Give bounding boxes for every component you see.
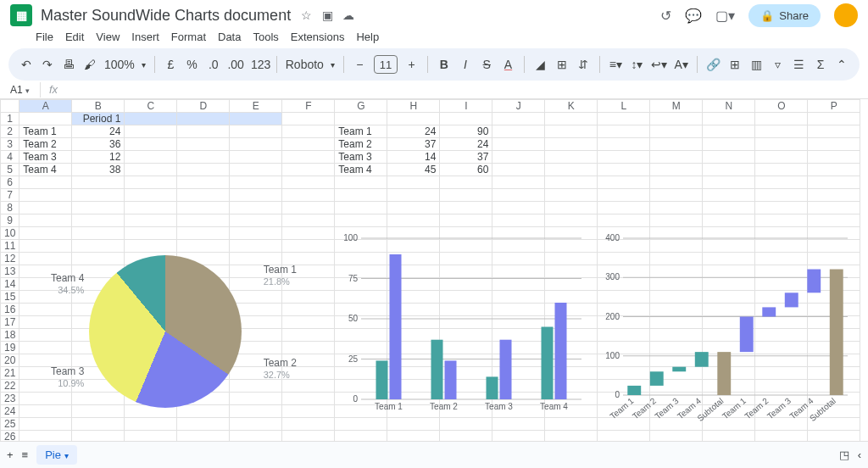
cell[interactable]	[230, 151, 282, 164]
add-sheet-icon[interactable]: +	[7, 448, 14, 461]
h-align-icon[interactable]: ≡▾	[609, 58, 623, 71]
history-icon[interactable]: ↺	[660, 8, 671, 24]
row-header[interactable]: 13	[1, 265, 19, 278]
bold-icon[interactable]: B	[437, 58, 451, 71]
cell[interactable]: 60	[440, 164, 492, 176]
cell[interactable]	[545, 125, 598, 138]
insert-chart-icon[interactable]: ▥	[749, 58, 764, 71]
cell[interactable]	[282, 125, 335, 138]
merge-icon[interactable]: ⇵	[576, 58, 590, 71]
cell[interactable]	[755, 202, 808, 214]
cell[interactable]	[545, 214, 598, 227]
cell[interactable]	[650, 113, 703, 125]
cell[interactable]: 14	[387, 151, 440, 164]
cell[interactable]	[808, 202, 860, 214]
cell[interactable]	[177, 125, 230, 138]
menu-view[interactable]: View	[96, 31, 120, 43]
cell[interactable]: 38	[72, 164, 125, 176]
chevron-down-icon[interactable]: ▾	[142, 60, 146, 70]
cell[interactable]	[545, 189, 598, 202]
col-header-E[interactable]: E	[230, 100, 282, 113]
cell[interactable]	[440, 113, 492, 125]
account-avatar[interactable]	[834, 3, 858, 27]
document-title[interactable]: Master SoundWide Charts document	[41, 7, 291, 25]
cell[interactable]	[598, 164, 650, 176]
cell[interactable]	[703, 164, 755, 176]
cell[interactable]	[440, 214, 492, 227]
cell[interactable]	[808, 151, 860, 164]
bar-chart[interactable]: 0255075100Team 1Team 2Team 3Team 4	[336, 230, 590, 442]
cell[interactable]	[808, 214, 860, 227]
move-icon[interactable]: ▣	[322, 8, 333, 22]
cell[interactable]	[650, 138, 703, 151]
cell[interactable]	[177, 202, 230, 214]
cell[interactable]	[72, 176, 125, 189]
row-header[interactable]: 21	[1, 367, 19, 380]
cell[interactable]: 36	[72, 138, 125, 151]
cell[interactable]	[650, 189, 703, 202]
cell[interactable]	[125, 151, 177, 164]
cell[interactable]: 24	[440, 138, 492, 151]
collapse-toolbar-icon[interactable]: ⌃	[835, 58, 849, 71]
cell[interactable]	[230, 113, 282, 125]
cell[interactable]	[598, 202, 650, 214]
cell[interactable]	[72, 202, 125, 214]
functions-icon[interactable]: Σ	[813, 58, 827, 71]
sheet-tab-pie[interactable]: Pie ▾	[36, 445, 76, 465]
menu-format[interactable]: Format	[171, 31, 206, 43]
cell[interactable]	[492, 189, 545, 202]
waterfall-chart[interactable]: 0100200300400Team 1Team 2Team 3Team 4Sub…	[598, 230, 852, 442]
cell[interactable]	[282, 164, 335, 176]
cell[interactable]: Team 3	[335, 151, 387, 164]
cell[interactable]	[282, 151, 335, 164]
cell[interactable]	[177, 151, 230, 164]
cell[interactable]	[335, 189, 387, 202]
more-formats-icon[interactable]: 123	[251, 58, 268, 71]
cell[interactable]	[598, 113, 650, 125]
cell[interactable]	[177, 214, 230, 227]
cell[interactable]	[703, 138, 755, 151]
cell[interactable]	[545, 164, 598, 176]
cell[interactable]	[598, 151, 650, 164]
cell[interactable]	[755, 214, 808, 227]
cell[interactable]: Team 2	[335, 138, 387, 151]
cell[interactable]	[545, 151, 598, 164]
row-header[interactable]: 25	[1, 418, 19, 431]
decrease-decimal-icon[interactable]: .0	[206, 58, 220, 71]
cell[interactable]	[387, 202, 440, 214]
filter-icon[interactable]: ▿	[771, 58, 785, 71]
cell[interactable]	[335, 176, 387, 189]
cell[interactable]	[230, 202, 282, 214]
cell[interactable]	[492, 202, 545, 214]
cell[interactable]	[125, 125, 177, 138]
cell[interactable]: Period 1	[72, 113, 125, 125]
cell[interactable]	[72, 214, 125, 227]
cell[interactable]	[177, 164, 230, 176]
cell[interactable]: 24	[387, 125, 440, 138]
cell[interactable]	[387, 113, 440, 125]
cell[interactable]: Team 4	[335, 164, 387, 176]
cell[interactable]: Team 4	[19, 164, 72, 176]
row-header[interactable]: 20	[1, 354, 19, 367]
cell[interactable]	[545, 113, 598, 125]
cell[interactable]	[492, 138, 545, 151]
cell[interactable]	[808, 113, 860, 125]
cell[interactable]	[125, 189, 177, 202]
row-header[interactable]: 12	[1, 253, 19, 265]
cell[interactable]	[598, 176, 650, 189]
cell[interactable]	[755, 164, 808, 176]
col-header-D[interactable]: D	[177, 100, 230, 113]
cell[interactable]	[335, 214, 387, 227]
menu-help[interactable]: Help	[356, 31, 379, 43]
row-header[interactable]: 2	[1, 125, 19, 138]
cell[interactable]	[545, 138, 598, 151]
cell[interactable]	[282, 214, 335, 227]
cell[interactable]	[598, 189, 650, 202]
percent-icon[interactable]: %	[185, 58, 199, 71]
col-header-O[interactable]: O	[755, 100, 808, 113]
row-header[interactable]: 9	[1, 214, 19, 227]
row-header[interactable]: 7	[1, 189, 19, 202]
row-header[interactable]: 16	[1, 304, 19, 316]
cell[interactable]	[492, 113, 545, 125]
row-header[interactable]: 8	[1, 202, 19, 214]
